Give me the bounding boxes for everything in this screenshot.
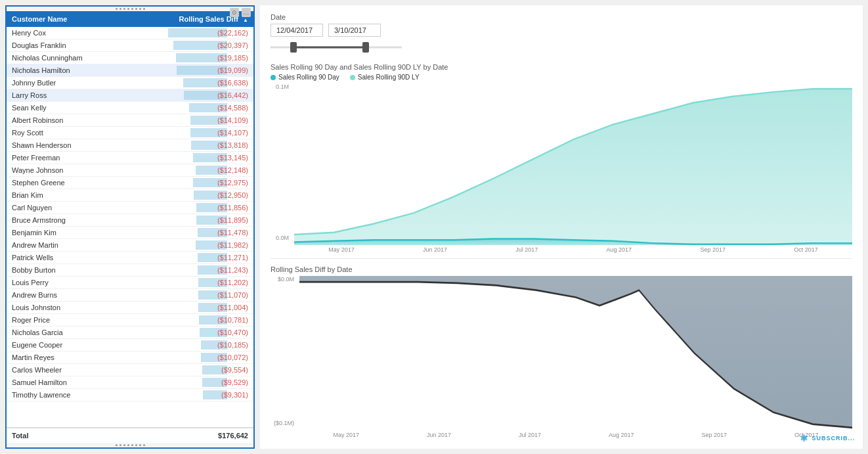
slider-thumb-right[interactable] — [362, 42, 369, 53]
value-text: ($14,109) — [217, 116, 248, 124]
value-text: ($11,202) — [217, 279, 248, 286]
drag-dot — [143, 444, 145, 446]
sort-arrow-icon: ▲ — [243, 17, 248, 23]
chart2-plot: May 2017 Jun 2017 Jul 2017 Aug 2017 Sep … — [299, 276, 852, 438]
table-row[interactable]: Henry Cox($22,162) — [7, 27, 253, 39]
table-row[interactable]: Bobby Burton($11,243) — [7, 264, 253, 277]
table-row[interactable]: Nicholas Cunningham($19,185) — [7, 52, 253, 64]
table-row[interactable]: Douglas Franklin($20,397) — [7, 39, 253, 52]
drag-dot — [131, 444, 133, 446]
table-row[interactable]: Shawn Henderson($13,818) — [7, 139, 253, 152]
table-row[interactable]: Carl Nguyen($11,856) — [7, 202, 253, 214]
drag-dot — [123, 444, 125, 446]
table-row[interactable]: Carlos Wheeler($9,554) — [7, 364, 253, 376]
sales-value-cell: ($11,895) — [131, 214, 253, 227]
customer-name-cell: Douglas Franklin — [7, 39, 131, 52]
table-row[interactable]: Nicholas Hamilton($19,099) — [7, 64, 253, 77]
sales-value-cell: ($11,856) — [131, 202, 253, 214]
chart2-svg — [299, 276, 852, 430]
sales-value-cell: ($10,185) — [131, 339, 253, 352]
table-row[interactable]: Andrew Burns($11,070) — [7, 289, 253, 302]
table-row[interactable]: Benjamin Kim($11,478) — [7, 227, 253, 239]
date-inputs: 12/04/2017 3/10/2017 — [271, 24, 852, 37]
total-label: Total — [12, 432, 28, 440]
customer-name-cell: Martin Reyes — [7, 352, 131, 364]
table-row[interactable]: Louis Perry($11,202) — [7, 277, 253, 289]
table-row[interactable]: Larry Ross($16,442) — [7, 89, 253, 102]
value-text: ($14,107) — [217, 129, 248, 137]
chart1-svg — [294, 83, 852, 245]
start-date-input[interactable]: 12/04/2017 — [271, 24, 323, 37]
customer-name-cell: Nicholas Garcia — [7, 327, 131, 339]
table-container[interactable]: Customer Name Rolling Sales Diff ▲ Henry… — [7, 11, 253, 427]
customer-name-cell: Benjamin Kim — [7, 227, 131, 239]
left-panel: ⊙ … Customer Name Rolling Sales Diff ▲ H… — [5, 5, 255, 449]
table-row[interactable]: Roger Price($10,781) — [7, 314, 253, 327]
chart1-title: Sales Rolling 90 Day and Sales Rolling 9… — [271, 63, 852, 71]
value-text: ($10,781) — [217, 316, 248, 324]
y-label-top-2: $0.0M — [278, 276, 294, 283]
table-row[interactable]: Stephen Greene($12,975) — [7, 177, 253, 189]
drag-dots — [116, 8, 145, 10]
table-row[interactable]: Albert Robinson($14,109) — [7, 114, 253, 127]
more-icon[interactable]: … — [242, 8, 251, 17]
value-text: ($16,638) — [217, 79, 248, 87]
drag-dot — [116, 444, 118, 446]
customer-name-cell: Bobby Burton — [7, 264, 131, 277]
table-row[interactable]: Bruce Armstrong($11,895) — [7, 214, 253, 227]
value-text: ($11,856) — [217, 204, 248, 212]
chart1-x-labels: May 2017 Jun 2017 Jul 2017 Aug 2017 Sep … — [294, 245, 852, 253]
customer-name-cell: Carlos Wheeler — [7, 364, 131, 376]
table-row[interactable]: Eugene Cooper($10,185) — [7, 339, 253, 352]
table-row[interactable]: Louis Johnston($11,004) — [7, 302, 253, 314]
customer-name-cell: Larry Ross — [7, 89, 131, 102]
customer-name-cell: Louis Johnston — [7, 302, 131, 314]
date-slider[interactable] — [271, 41, 402, 54]
panel-drag-handle[interactable] — [7, 7, 253, 11]
end-date-input[interactable]: 3/10/2017 — [328, 24, 381, 37]
table-row[interactable]: Martin Reyes($10,072) — [7, 352, 253, 364]
sales-value-cell: ($10,470) — [131, 327, 253, 339]
slider-thumb-left[interactable] — [290, 42, 297, 53]
x-label: Jul 2017 — [519, 432, 541, 438]
panel-drag-handle-bottom[interactable] — [7, 443, 253, 447]
value-text: ($9,554) — [221, 366, 248, 374]
table-row[interactable]: Timothy Lawrence($9,301) — [7, 389, 253, 401]
customer-name-cell: Stephen Greene — [7, 177, 131, 189]
chart2-x-labels: May 2017 Jun 2017 Jul 2017 Aug 2017 Sep … — [299, 430, 852, 438]
table-row[interactable]: Wayne Johnson($12,148) — [7, 164, 253, 177]
customer-name-cell: Johnny Butler — [7, 77, 131, 89]
focus-icon[interactable]: ⊙ — [230, 8, 239, 17]
table-row[interactable]: Nicholas Garcia($10,470) — [7, 327, 253, 339]
watermark-text: SUBSCRIB... — [812, 435, 855, 442]
slider-fill — [290, 47, 369, 49]
sales-value-cell: ($13,145) — [131, 152, 253, 164]
drag-dots-bottom — [116, 444, 145, 446]
chart1-plot: May 2017 Jun 2017 Jul 2017 Aug 2017 Sep … — [294, 83, 852, 253]
customer-name-cell: Bruce Armstrong — [7, 214, 131, 227]
table-row[interactable]: Peter Freeman($13,145) — [7, 152, 253, 164]
watermark-icon: ⚛ — [800, 433, 809, 443]
x-label: Sep 2017 — [700, 246, 726, 253]
table-row[interactable]: Patrick Wells($11,271) — [7, 252, 253, 264]
table-row[interactable]: Samuel Hamilton($9,529) — [7, 376, 253, 389]
drag-dot — [131, 8, 133, 10]
table-row[interactable]: Roy Scott($14,107) — [7, 127, 253, 139]
customer-name-cell: Roy Scott — [7, 127, 131, 139]
sales-value-cell: ($12,950) — [131, 189, 253, 202]
value-text: ($11,478) — [217, 229, 248, 237]
chart1-section: Sales Rolling 90 Day and Sales Rolling 9… — [271, 59, 852, 253]
table-row[interactable]: Johnny Butler($16,638) — [7, 77, 253, 89]
customer-name-header[interactable]: Customer Name — [7, 11, 131, 27]
drag-dot — [116, 8, 118, 10]
drag-dot — [135, 8, 137, 10]
sales-value-cell: ($11,271) — [131, 252, 253, 264]
table-row[interactable]: Andrew Martin($11,982) — [7, 239, 253, 252]
customer-name-cell: Shawn Henderson — [7, 139, 131, 152]
value-text: ($11,982) — [217, 241, 248, 249]
chart2-section: Rolling Sales Diff by Date $0.0M ($0.1M) — [271, 261, 852, 438]
customer-table: Customer Name Rolling Sales Diff ▲ Henry… — [7, 11, 253, 401]
table-row[interactable]: Sean Kelly($14,588) — [7, 102, 253, 114]
table-row[interactable]: Brian Kim($12,950) — [7, 189, 253, 202]
customer-name-cell: Samuel Hamilton — [7, 376, 131, 389]
